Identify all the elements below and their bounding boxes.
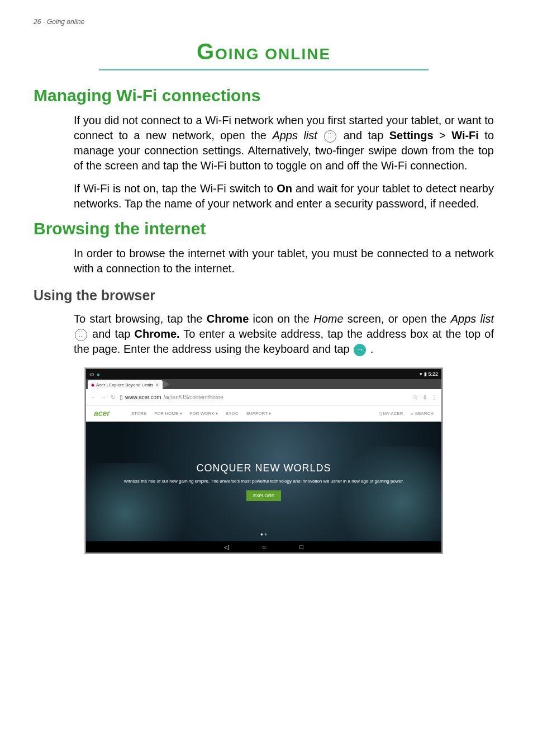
hero-banner: CONQUER NEW WORLDS Witness the rise of o… [86,422,441,541]
section-wifi-title: Managing Wi-Fi connections [34,86,494,105]
main-title: GOING ONLINE [34,39,494,64]
site-logo[interactable]: acer [94,409,110,418]
browser-toolbar: ← → ↻ ▯ www.acer.com/ac/en/US/content/ho… [86,389,441,405]
browser-body: To start browsing, tap the Chrome icon o… [74,311,494,357]
back-icon[interactable]: ← [91,394,96,400]
chevron-down-icon: ▾ [269,411,271,416]
chevron-down-icon: ▾ [180,411,182,416]
reload-icon[interactable]: ↻ [111,394,115,400]
browser-paragraph-1: To start browsing, tap the Chrome icon o… [74,311,494,357]
nav-support[interactable]: SUPPORT ▾ [246,411,271,416]
close-tab-icon[interactable]: ✕ [155,382,159,388]
menu-icon[interactable]: ⋮ [431,394,437,400]
carousel-dots[interactable]: ● ● [86,532,441,537]
nav-for-work[interactable]: FOR WORK ▾ [190,411,218,416]
apps-list-icon [75,329,87,341]
apps-list-icon [324,130,336,143]
hero-subtitle: Witness the rise of our new gaming empir… [123,479,403,484]
chevron-down-icon: ▾ [216,411,218,416]
page-icon: ▯ [120,394,123,400]
go-arrow-icon: → [354,344,366,356]
android-nav-bar: ◁ ○ □ [86,541,441,552]
nav-recent-icon[interactable]: □ [299,544,303,550]
title-rule [99,69,429,70]
new-tab-button[interactable] [163,380,169,389]
browser-tab[interactable]: ◆ Acer | Explore Beyond Limits ✕ [88,380,163,389]
status-time: 5:22 [428,371,438,377]
address-bar[interactable]: ▯ www.acer.com/ac/en/US/content/home [120,394,408,400]
browse-body: In order to browse the internet with you… [74,246,494,276]
hero-cta-button[interactable]: EXPLORE [246,490,281,501]
nav-home-icon[interactable]: ○ [262,544,266,550]
notification-icon: ▭ [89,371,94,377]
nav-byoc[interactable]: BYOC [226,411,239,416]
bookmark-star-icon[interactable]: ☆ [413,394,418,400]
battery-icon: ▮ [424,371,427,377]
mic-icon[interactable]: ⇩ [422,394,427,400]
wifi-paragraph-2: If Wi-Fi is not on, tap the Wi-Fi switch… [74,181,494,211]
notification-dot-icon: ● [97,371,100,377]
page-header: 26 - Going online [34,18,494,26]
nav-search[interactable]: ⌕ SEARCH [411,411,434,416]
nav-store[interactable]: STORE [131,411,146,416]
nav-back-icon[interactable]: ◁ [224,544,229,551]
document-page: 26 - Going online GOING ONLINE Managing … [0,0,533,756]
forward-icon[interactable]: → [101,394,106,400]
browser-tab-strip: ◆ Acer | Explore Beyond Limits ✕ [86,379,441,389]
browser-screenshot: ▭ ● ▾ ▮ 5:22 ◆ Acer | Explore Beyond Lim… [85,368,442,554]
nav-my-acer[interactable]: ▯ MY ACER [379,411,403,416]
wifi-icon: ▾ [420,371,422,377]
hero-title: CONQUER NEW WORLDS [196,462,331,474]
tab-title: Acer | Explore Beyond Limits [96,382,154,388]
subsection-browser-title: Using the browser [34,287,494,304]
browse-paragraph-1: In order to browse the internet with you… [74,246,494,276]
wifi-body: If you did not connect to a Wi-Fi networ… [74,113,494,211]
wifi-paragraph-1: If you did not connect to a Wi-Fi networ… [74,113,494,173]
site-nav: acer STORE FOR HOME ▾ FOR WORK ▾ BYOC SU… [86,405,441,422]
android-status-bar: ▭ ● ▾ ▮ 5:22 [86,369,441,379]
section-browse-title: Browsing the internet [34,219,494,238]
favicon-icon: ◆ [91,382,94,388]
nav-for-home[interactable]: FOR HOME ▾ [154,411,182,416]
